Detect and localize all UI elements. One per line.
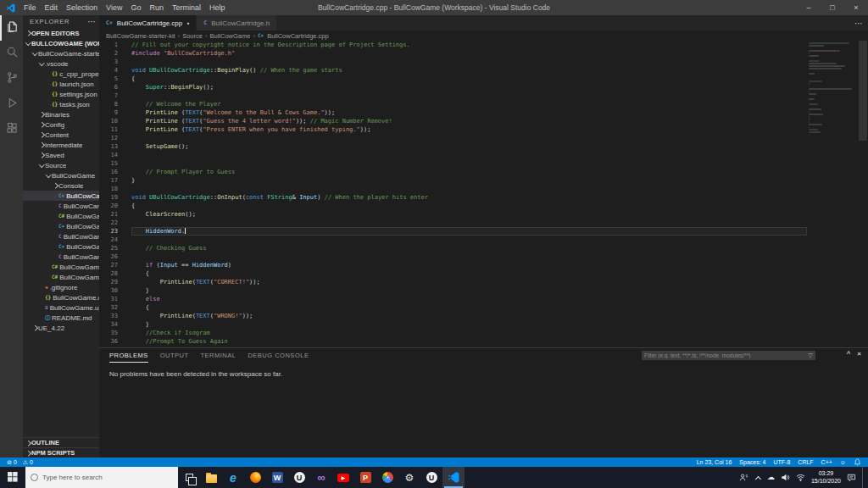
line-number[interactable]: 25 <box>99 244 123 252</box>
more-actions-icon[interactable]: ⋯ <box>87 17 97 26</box>
breadcrumb-item[interactable]: BullCowCartridge.cpp <box>267 32 329 40</box>
tree-item[interactable]: CBullCowGameGa... <box>23 252 99 262</box>
line-number[interactable]: 33 <box>99 312 123 320</box>
people-icon[interactable] <box>739 473 748 482</box>
line-number[interactable]: 15 <box>99 159 123 168</box>
tree-item[interactable]: Content <box>23 130 99 140</box>
line-number[interactable]: 27 <box>99 261 123 269</box>
code-line[interactable]: PrintLine(TEXT("WRONG!")); <box>131 312 807 320</box>
line-number[interactable]: 2 <box>99 49 123 58</box>
tree-item[interactable]: {}c_cpp_properties.js... <box>23 69 99 79</box>
line-number[interactable]: 8 <box>99 100 123 108</box>
tree-item[interactable]: {}launch.json <box>23 79 99 89</box>
code-line[interactable]: ClearScreen(); <box>131 210 807 219</box>
notifications-bell-icon[interactable] <box>854 458 861 466</box>
code-line[interactable]: } <box>131 176 807 185</box>
tree-item[interactable]: ⓘREADME.md <box>23 313 99 323</box>
app-unreal-editor[interactable]: U <box>420 467 442 488</box>
line-number[interactable]: 16 <box>99 168 123 176</box>
tree-item[interactable]: {}settings.json <box>23 89 99 99</box>
line-number[interactable]: 35 <box>99 329 123 337</box>
line-number[interactable]: 22 <box>99 219 123 227</box>
tree-item[interactable]: ◆.gitignore <box>23 282 99 292</box>
taskbar-clock[interactable]: 03:29 15/10/2020 <box>811 470 841 485</box>
app-vscode[interactable] <box>442 467 465 488</box>
line-number[interactable]: 26 <box>99 252 123 261</box>
workspace-section[interactable]: BULLCOWGAME (WORKSP... <box>23 38 99 48</box>
activity-search[interactable] <box>0 41 23 66</box>
panel-tab-terminal[interactable]: TERMINAL <box>201 348 236 363</box>
taskbar-search-input[interactable] <box>42 474 173 481</box>
line-number[interactable]: 24 <box>99 236 123 244</box>
app-chrome[interactable] <box>376 467 398 488</box>
editor-tab[interactable]: C+BullCowCartridge.cpp● <box>99 15 197 30</box>
menu-go[interactable]: Go <box>126 0 145 15</box>
tree-item[interactable]: .vscode <box>23 58 99 69</box>
menu-run[interactable]: Run <box>145 0 168 15</box>
filter-funnel-icon[interactable]: ▽ <box>809 352 815 359</box>
menu-terminal[interactable]: Terminal <box>168 0 205 15</box>
panel-tab-problems[interactable]: PROBLEMS <box>109 348 148 363</box>
code-line[interactable]: // Welcome the Player <box>131 100 807 108</box>
line-number[interactable]: 34 <box>99 320 123 329</box>
tree-item[interactable]: Saved <box>23 150 99 160</box>
breadcrumb-item[interactable]: BullCowGame-starter-kit <box>106 32 175 40</box>
minimap[interactable] <box>809 42 857 134</box>
tree-item[interactable]: BullCowGame <box>23 170 99 180</box>
tree-item[interactable]: C+BullCowCartridge... <box>23 191 99 201</box>
app-visual-studio[interactable]: ∞ <box>310 467 332 488</box>
npm-scripts-section[interactable]: NPM SCRIPTS <box>23 447 99 458</box>
code-line[interactable]: { <box>131 75 807 83</box>
code-line[interactable]: Super::BeginPlay(); <box>131 83 807 92</box>
code-line[interactable]: else <box>131 295 807 303</box>
panel-tab-output[interactable]: OUTPUT <box>160 348 189 363</box>
line-number[interactable]: 29 <box>99 278 123 286</box>
editor-tab[interactable]: CBullCowCartridge.h <box>197 15 277 30</box>
line-number[interactable]: 12 <box>99 134 123 142</box>
code-line[interactable] <box>131 92 807 100</box>
tree-item[interactable]: C#BullCowGame.Bui... <box>23 211 99 221</box>
line-number[interactable]: 17 <box>99 176 123 185</box>
tree-item[interactable]: CBullCowGame.h <box>23 231 99 241</box>
code-line[interactable]: // Fill out your copyright notice in the… <box>131 41 807 49</box>
code-line[interactable]: { <box>131 202 807 210</box>
app-task-view[interactable] <box>178 467 200 488</box>
app-edge[interactable]: e <box>222 467 244 488</box>
line-number[interactable]: 36 <box>99 337 123 346</box>
line-number[interactable]: 18 <box>99 185 123 193</box>
tree-item[interactable]: Config <box>23 119 99 130</box>
code-line[interactable]: // Checking Guess <box>131 244 807 252</box>
breadcrumb-item[interactable]: BullCowGame <box>209 32 250 40</box>
code-line[interactable]: { <box>131 303 807 312</box>
app-unreal-engine[interactable]: U <box>288 467 310 488</box>
activity-explorer[interactable] <box>0 15 23 41</box>
app-firefox[interactable] <box>244 467 266 488</box>
app-powerpoint[interactable]: P <box>354 467 376 488</box>
line-number[interactable]: 28 <box>99 269 123 278</box>
close-panel-icon[interactable]: × <box>857 350 861 358</box>
menu-selection[interactable]: Selection <box>62 0 102 15</box>
start-button[interactable] <box>0 467 25 488</box>
activity-extensions[interactable] <box>0 117 23 142</box>
line-number[interactable]: 6 <box>99 83 123 92</box>
volume-icon[interactable] <box>781 473 790 482</box>
line-number[interactable]: 31 <box>99 295 123 303</box>
menu-file[interactable]: File <box>19 0 41 15</box>
maximize-button[interactable]: □ <box>821 0 844 15</box>
line-number[interactable]: 23 <box>99 227 123 236</box>
taskbar-search[interactable] <box>25 467 178 488</box>
app-file-explorer[interactable] <box>200 467 222 488</box>
tree-item[interactable]: C#BullCowGame.Targ... <box>23 262 99 272</box>
line-number[interactable]: 11 <box>99 125 123 134</box>
code-line[interactable]: void UBullCowCartridge::BeginPlay() // W… <box>131 66 807 75</box>
close-button[interactable]: × <box>844 0 868 15</box>
code-line[interactable] <box>131 58 807 66</box>
outline-section[interactable]: OUTLINE <box>23 437 99 447</box>
code-line[interactable] <box>131 159 807 168</box>
line-number[interactable]: 10 <box>99 117 123 125</box>
code-line[interactable]: SetupGame(); <box>131 142 807 151</box>
app-word[interactable]: W <box>266 467 288 488</box>
menu-edit[interactable]: Edit <box>41 0 63 15</box>
line-number[interactable]: 13 <box>99 142 123 151</box>
code-line[interactable]: //Prompt To Guess Again <box>131 337 807 346</box>
